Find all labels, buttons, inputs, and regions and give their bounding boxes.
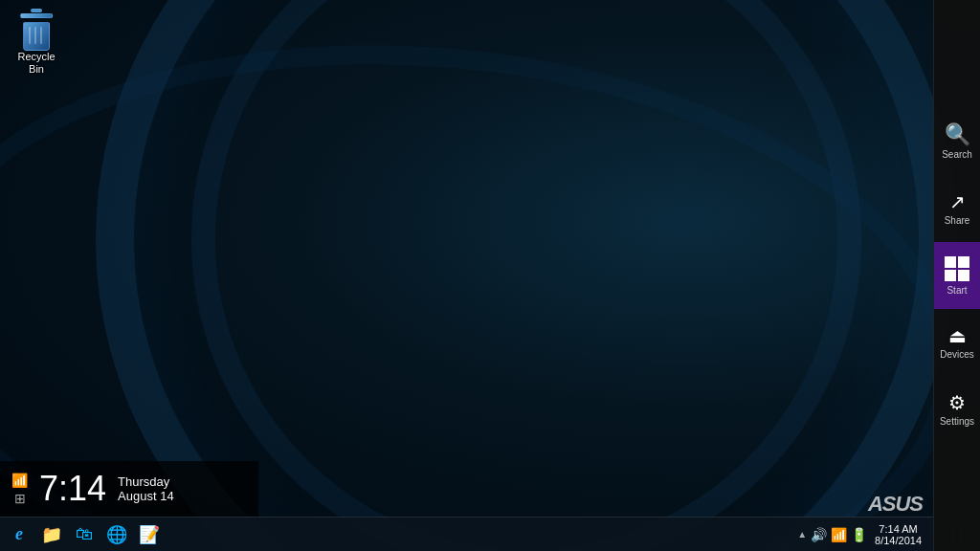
charms-bar: 🔍 Search ↗ Share Start ⏏ Devices ⚙ Setti… <box>933 0 980 551</box>
tray-clock[interactable]: 7:14 AM 8/14/2014 <box>871 523 925 546</box>
clock-date-value: August 14 <box>118 489 174 503</box>
taskbar-notes-button[interactable]: 📝 <box>134 519 165 550</box>
browser-icon: 🌐 <box>106 524 127 545</box>
folder-icon: 📁 <box>41 524 62 545</box>
recycle-bin-icon[interactable]: Recycle Bin <box>8 5 65 79</box>
tray-time-value: 7:14 AM <box>875 523 922 535</box>
charm-share-label: Share <box>945 215 970 226</box>
tray-battery-icon[interactable]: 🔋 <box>851 527 867 542</box>
clock-date: Thursday August 14 <box>118 474 174 503</box>
taskbar-ie-button[interactable]: e <box>4 519 34 550</box>
devices-icon: ⏏ <box>948 326 967 345</box>
recycle-bin-label: Recycle Bin <box>11 51 61 76</box>
clock-time: 7:14 <box>39 472 106 506</box>
settings-icon: ⚙ <box>948 393 966 412</box>
store-icon: 🛍 <box>76 524 93 544</box>
charm-devices[interactable]: ⏏ Devices <box>934 309 981 376</box>
charm-start[interactable]: Start <box>934 242 981 309</box>
tray-expand-icon[interactable]: ▲ <box>797 529 807 540</box>
system-tray: ▲ 🔊 📶 🔋 7:14 AM 8/14/2014 <box>790 517 933 551</box>
notes-icon: 📝 <box>139 524 160 545</box>
clock-day: Thursday <box>118 474 174 489</box>
tablet-icon: ⊞ <box>14 491 26 506</box>
search-icon: 🔍 <box>945 124 970 145</box>
charm-settings[interactable]: ⚙ Settings <box>934 376 981 443</box>
windows-logo-icon <box>945 256 969 281</box>
taskbar-folder-button[interactable]: 📁 <box>36 519 67 550</box>
charm-start-label: Start <box>947 285 967 296</box>
share-icon: ↗ <box>949 192 966 211</box>
charm-search[interactable]: 🔍 Search <box>934 108 981 175</box>
charm-share[interactable]: ↗ Share <box>934 175 981 242</box>
clock-overlay: 📶 ⊞ 7:14 Thursday August 14 <box>0 461 258 517</box>
ie-icon: e <box>15 524 23 544</box>
charm-search-label: Search <box>942 149 972 160</box>
recycle-bin-graphic <box>19 9 54 47</box>
charm-settings-label: Settings <box>940 416 974 427</box>
charm-devices-label: Devices <box>940 349 974 360</box>
tray-audio-icon[interactable]: 🔊 <box>811 527 827 542</box>
clock-status-icons: 📶 ⊞ <box>11 473 28 506</box>
taskbar-pinned-apps: e 📁 🛍 🌐 📝 <box>0 519 168 550</box>
asus-logo: ASUS <box>868 492 923 517</box>
signal-icon: 📶 <box>11 473 28 488</box>
tray-date-value: 8/14/2014 <box>875 535 922 546</box>
desktop: Recycle Bin 📶 ⊞ 7:14 Thursday August 14 … <box>0 0 980 551</box>
taskbar-browser-button[interactable]: 🌐 <box>101 519 132 550</box>
taskbar-store-button[interactable]: 🛍 <box>69 519 100 550</box>
tray-network-icon[interactable]: 📶 <box>831 527 847 542</box>
